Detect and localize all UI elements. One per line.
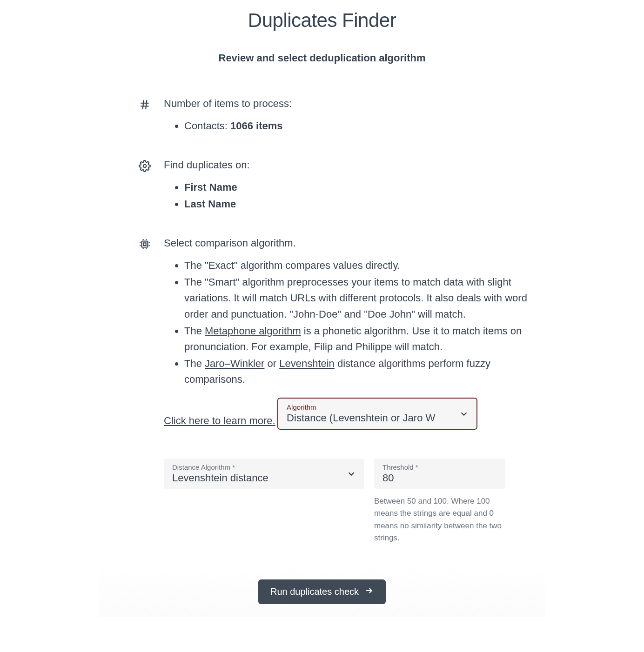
algo-bullet-distance: The Jaro–Winkler or Levenshtein distance… [184,356,545,387]
algorithm-select[interactable]: Algorithm Distance (Levenshtein or Jaro … [277,398,477,430]
page-subtitle: Review and select deduplication algorith… [99,52,545,64]
gear-icon [139,160,151,172]
svg-point-0 [143,165,147,168]
items-entry-count: 1066 items [230,120,283,132]
distance-pre: The [184,358,205,369]
items-entry-prefix: Contacts: [184,120,230,132]
arrow-right-icon [364,586,374,598]
algorithm-heading: Select comparison algorithm. [164,237,545,249]
section-fields: Find duplicates on: First Name Last Name [99,159,545,213]
field-entry-first-name: First Name [184,180,545,195]
field-entry-last-name: Last Name [184,196,545,212]
svg-rect-1 [142,241,148,247]
distance-select-value: Levenshtein distance [172,472,356,484]
algo-bullet-metaphone: The Metaphone algorithm is a phonetic al… [184,323,545,355]
section-algorithm: Select comparison algorithm. The "Exact"… [99,237,545,388]
algo-bullet-smart: The "Smart" algorithm preprocesses your … [184,274,545,322]
algorithm-select-value: Distance (Levenshtein or Jaro W [287,412,468,424]
metaphone-link[interactable]: Metaphone algorithm [205,325,301,337]
threshold-input[interactable] [382,472,497,484]
svg-rect-2 [143,243,146,246]
run-duplicates-button[interactable]: Run duplicates check [258,579,386,604]
fields-heading: Find duplicates on: [164,159,545,171]
items-heading: Number of items to process: [164,98,545,110]
hash-icon [139,99,151,111]
algo-bullet-exact: The "Exact" algorithm compares values di… [184,258,545,273]
distance-algorithm-select[interactable]: Distance Algorithm * Levenshtein distanc… [164,459,364,489]
run-button-label: Run duplicates check [270,586,359,597]
section-items: Number of items to process: Contacts: 10… [99,98,545,135]
metaphone-pre: The [184,325,205,337]
levenshtein-link[interactable]: Levenshtein [279,358,335,369]
learn-more-link[interactable]: Click here to learn more. [164,415,275,427]
page-title: Duplicates Finder [99,9,545,32]
cpu-icon [139,238,151,250]
algorithm-select-label: Algorithm [287,403,468,411]
threshold-label: Threshold * [382,463,497,471]
distance-select-label: Distance Algorithm * [172,463,356,471]
threshold-helper: Between 50 and 100. Where 100 means the … [374,495,505,544]
threshold-field[interactable]: Threshold * [374,459,505,489]
chevron-down-icon [346,469,356,479]
jaro-winkler-link[interactable]: Jaro–Winkler [205,358,264,369]
items-entry: Contacts: 1066 items [184,118,545,134]
distance-or: or [264,358,279,369]
chevron-down-icon [459,409,469,419]
